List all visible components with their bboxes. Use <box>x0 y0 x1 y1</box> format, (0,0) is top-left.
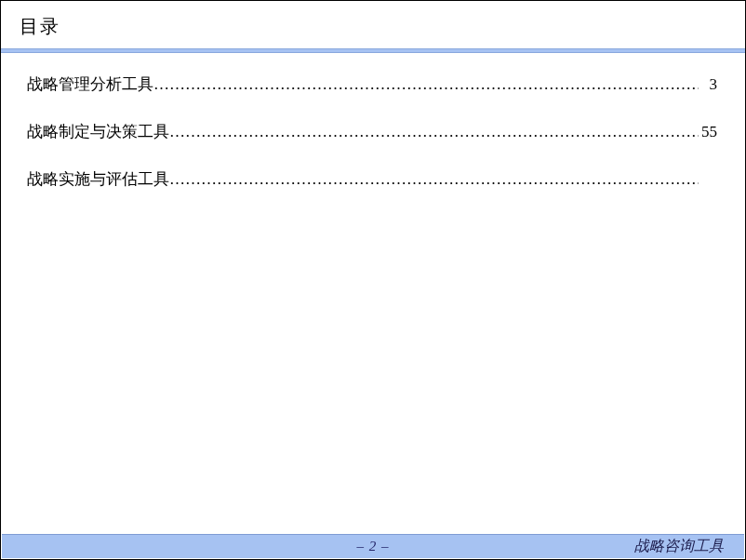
toc-page: 3 <box>699 75 717 94</box>
toc-entry: 战略管理分析工具 3 <box>27 73 717 95</box>
page-number: – 2 – <box>2 539 744 554</box>
table-of-contents: 战略管理分析工具 3 战略制定与决策工具 55 战略实施与评估工具 <box>1 53 745 190</box>
toc-page: 55 <box>699 123 717 141</box>
toc-label: 战略实施与评估工具 <box>27 168 169 190</box>
toc-leader <box>169 170 699 189</box>
footer-bar: – 2 – 战略咨询工具 <box>2 534 744 558</box>
toc-entry: 战略制定与决策工具 55 <box>27 121 717 142</box>
toc-entry: 战略实施与评估工具 <box>27 168 717 190</box>
page-title: 目录 <box>20 14 726 39</box>
toc-label: 战略制定与决策工具 <box>27 121 169 142</box>
toc-label: 战略管理分析工具 <box>27 73 153 95</box>
footer-label: 战略咨询工具 <box>634 537 744 556</box>
header: 目录 <box>1 1 745 48</box>
toc-leader <box>153 75 699 94</box>
toc-leader <box>169 123 699 141</box>
